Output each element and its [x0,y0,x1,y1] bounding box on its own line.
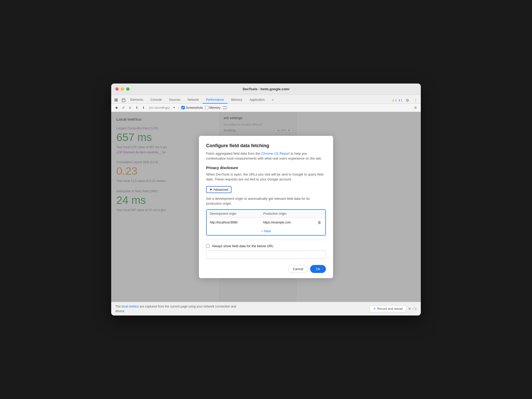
url-section: Always show field data for the below URL [206,244,326,259]
dialog-separator [206,240,326,240]
tab-memory[interactable]: Memory [228,96,246,104]
keyboard-shortcut: ⌘ ⇧ E [408,307,417,311]
info-badge: ℹ 1 [399,99,402,102]
tabs-more[interactable]: » [268,96,277,104]
tab-elements[interactable]: Elements [127,96,147,104]
cancel-button[interactable]: Cancel [288,265,308,273]
title-bar: DevTools - fonts.google.com/ [111,84,421,95]
window-title: DevTools - fonts.google.com/ [243,87,289,91]
tab-application[interactable]: Application [246,96,268,104]
filmstrip-icon[interactable] [223,105,227,110]
reload-btn-icon: ↺ [373,307,376,311]
warning-badge: ⚠ 1 [392,99,397,102]
memory-checkbox[interactable] [205,106,208,109]
svg-rect-9 [225,106,226,107]
close-button[interactable] [115,87,119,91]
memory-toolbar-label: Memory [209,106,221,110]
url-checkbox-label[interactable]: Always show field data for the below URL [206,244,326,248]
no-recordings-label: (no recordings) [149,106,170,110]
col-dev-origin: Development origin [207,210,260,218]
bottom-right: ↺ Record and reload ⌘ ⇧ E [370,305,417,312]
record-reload-label: Record and reload [377,307,403,311]
dialog-actions: Cancel Ok [206,263,326,273]
svg-rect-1 [116,99,117,100]
download-icon[interactable]: ⬇ [141,105,146,110]
main-content: Local metrics Largest Contentful Paint (… [111,112,421,302]
tab-console[interactable]: Console [147,96,165,104]
url-checkbox[interactable] [206,244,210,248]
svg-rect-0 [115,99,116,100]
svg-rect-3 [116,100,117,101]
minimize-button[interactable] [121,87,124,91]
table-row: http://localhost:8080 https://example.co… [207,218,325,227]
privacy-title: Privacy disclosure [206,166,326,170]
svg-rect-11 [224,109,225,109]
origin-table: Development origin Production origin htt… [207,210,325,227]
tab-network[interactable]: Network [184,96,203,104]
screenshots-checkbox-label[interactable]: Screenshots [181,106,203,110]
ok-button[interactable]: Ok [310,265,326,273]
advanced-toggle[interactable]: ▼ Advanced [206,186,231,193]
url-checkbox-text: Always show field data for the below URL [212,244,273,248]
local-metrics-link[interactable]: local metrics [122,305,139,308]
advanced-toggle-label: ▼ Advanced [209,188,228,192]
col-actions [313,210,325,218]
privacy-text: When DevTools is open, the URLs you visi… [206,172,326,182]
svg-rect-8 [224,106,225,107]
tab-performance[interactable]: Performance [203,96,228,104]
origin-table-wrapper: Development origin Production origin htt… [206,209,326,236]
advanced-description: Set a development origin to automaticall… [206,196,326,206]
overlay-backdrop: Configure field data fetching Fetch aggr… [111,112,421,302]
delete-row-button[interactable]: 🗑 [317,220,322,225]
warning-count: 1 [395,99,397,102]
chrome-ux-link[interactable]: Chrome UX Report [261,152,290,155]
inspect-icon[interactable] [120,97,127,103]
maximize-button[interactable] [126,87,130,91]
footer-start: The [115,305,122,308]
svg-rect-10 [223,109,224,109]
memory-checkbox-label[interactable]: Memory [205,106,221,110]
settings-icon[interactable]: ⚙ [404,97,410,103]
prod-origin-cell: https://example.com [260,218,313,227]
svg-rect-12 [225,109,226,109]
svg-rect-7 [223,106,224,107]
dialog-title: Configure field data fetching [206,143,326,148]
info-icon: ℹ [399,99,400,102]
traffic-lights [115,87,130,91]
reload-icon[interactable]: ↺ [121,105,126,110]
col-prod-origin: Production origin [260,210,313,218]
svg-rect-2 [115,100,116,101]
dev-origin-cell: http://localhost:8080 [207,218,260,227]
recording-dropdown-icon[interactable]: ▼ [172,105,176,110]
toolbar-divider: | [179,106,179,110]
screenshots-checkbox[interactable] [181,106,185,109]
toolbar-right: ⚠ 1 ℹ 1 ⚙ ⋮ [392,97,419,103]
url-input[interactable] [206,251,326,259]
svg-rect-4 [122,99,125,102]
upload-icon[interactable]: ⬆ [134,105,139,110]
secondary-toolbar: ⏺ ↺ ⊘ ⬆ ⬇ (no recordings) ▼ | Screenshot… [111,104,421,112]
warning-icon: ⚠ [392,99,394,102]
dialog-desc-start: Fetch aggregated field data from the [206,152,261,155]
devtools-tabs: Elements Console Sources Network Perform… [111,95,421,104]
cursor-icon[interactable] [113,97,119,103]
browser-window: DevTools - fonts.google.com/ Elements Co… [111,84,421,315]
record-icon[interactable]: ⏺ [114,105,119,110]
tab-sources[interactable]: Sources [165,96,184,104]
info-count: 1 [401,99,402,102]
clear-icon[interactable]: ⊘ [128,105,132,110]
more-icon[interactable]: ⋮ [413,97,419,103]
configure-dialog: Configure field data fetching Fetch aggr… [199,136,333,278]
screenshots-label: Screenshots [186,106,203,110]
bottom-left: The local metrics are captured from the … [115,304,244,313]
record-reload-button[interactable]: ↺ Record and reload [370,305,406,312]
dialog-description: Fetch aggregated field data from the Chr… [206,151,326,161]
panel-settings-icon[interactable]: ⚙ [413,105,418,110]
add-new-button[interactable]: + New [207,227,325,235]
bottom-bar: The local metrics are captured from the … [111,302,421,315]
